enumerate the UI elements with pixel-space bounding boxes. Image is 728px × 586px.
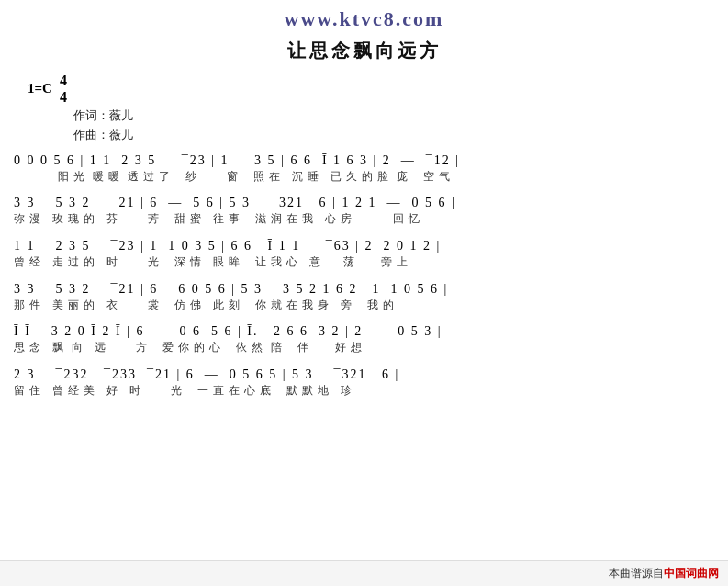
lyrics-line: 阳 光 暖 暖 透 过 了 纱 窗 照 在 沉 睡 已 久 的 脸 庞 空 气 — [14, 170, 714, 185]
lyrics-line: 弥 漫 玫 瑰 的 芬 芳 甜 蜜 往 事 滋 润 在 我 心 房 回 忆 — [14, 212, 714, 227]
notes-line: 3 3 5 3 2 ¯21 | 6 6 0 5 6 | 5 3 3 5 2 1 … — [14, 279, 714, 299]
composer: 作曲：薇儿 — [73, 126, 728, 145]
watermark: www.ktvc8.com — [0, 0, 728, 35]
music-row: 1 1 2 3 5 ¯23 | 1 1 0 3 5 | 6 6 Ī 1 1 ¯6… — [14, 236, 714, 270]
music-row: 2 3 ¯232 ¯233 ¯21 | 6 — 0 5 6 5 | 5 3 ¯3… — [14, 365, 714, 399]
notes-line: 1 1 2 3 5 ¯23 | 1 1 0 3 5 | 6 6 Ī 1 1 ¯6… — [14, 236, 714, 255]
music-row: Ī Ī 3 2 0 Ī 2 Ī | 6 — 0 6 5 6 | Ī. 2 6 6… — [14, 321, 714, 355]
lyricist: 作词：薇儿 — [73, 107, 728, 126]
time-bottom: 4 — [60, 89, 67, 106]
key-signature-block: 1=C 4 4 — [0, 73, 728, 105]
footer-prefix: 本曲谱源自 — [609, 566, 664, 581]
notes-line: 2 3 ¯232 ¯233 ¯21 | 6 — 0 5 6 5 | 5 3 ¯3… — [14, 365, 714, 384]
title: 让思念飘向远方 — [0, 39, 728, 63]
notes-line: 0 0 0 5 6 | 1 1 2 3 5 ¯23 | 1 3 5 | 6 6 … — [14, 151, 714, 170]
music-row: 3 3 5 3 2 ¯21 | 6 6 0 5 6 | 5 3 3 5 2 1 … — [14, 279, 714, 313]
music-row: 0 0 0 5 6 | 1 1 2 3 5 ¯23 | 1 3 5 | 6 6 … — [14, 151, 714, 185]
time-top: 4 — [60, 73, 67, 89]
lyrics-line: 曾 经 走 过 的 时 光 深 情 眼 眸 让 我 心 意 荡 旁 上 — [14, 255, 714, 270]
notes-line: Ī Ī 3 2 0 Ī 2 Ī | 6 — 0 6 5 6 | Ī. 2 6 6… — [14, 321, 714, 341]
notes-line: 3 3 5 3 2 ¯21 | 6 — 5 6 | 5 3 ¯321 6 | 1… — [14, 193, 714, 212]
lyrics-line: 那 件 美 丽 的 衣 裳 仿 佛 此 刻 你 就 在 我 身 旁 我 的 — [14, 299, 714, 313]
score-container: 0 0 0 5 6 | 1 1 2 3 5 ¯23 | 1 3 5 | 6 6 … — [0, 151, 728, 399]
lyrics-line: 思 念 飘 向 远 方 爱 你 的 心 依 然 陪 伴 好 想 — [14, 341, 714, 355]
key-label: 1=C — [28, 81, 52, 96]
footer-source: 中国词曲网 — [664, 566, 719, 581]
bottom-bar: 本曲谱源自 中国词曲网 — [0, 560, 728, 586]
meta-block: 作词：薇儿 作曲：薇儿 — [0, 107, 728, 145]
lyrics-line: 留 住 曾 经 美 好 时 光 一 直 在 心 底 默 默 地 珍 — [14, 384, 714, 399]
music-row: 3 3 5 3 2 ¯21 | 6 — 5 6 | 5 3 ¯321 6 | 1… — [14, 193, 714, 227]
time-signature: 4 4 — [60, 73, 67, 105]
